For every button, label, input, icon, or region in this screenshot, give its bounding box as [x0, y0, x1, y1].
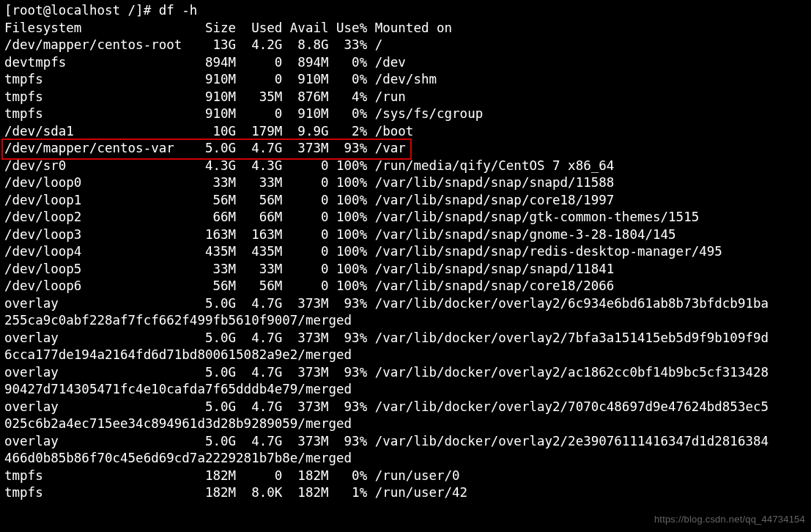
terminal-output[interactable]: [root@localhost /]# df -h Filesystem Siz… [0, 0, 811, 504]
watermark-text: https://blog.csdn.net/qq_44734154 [654, 511, 805, 528]
